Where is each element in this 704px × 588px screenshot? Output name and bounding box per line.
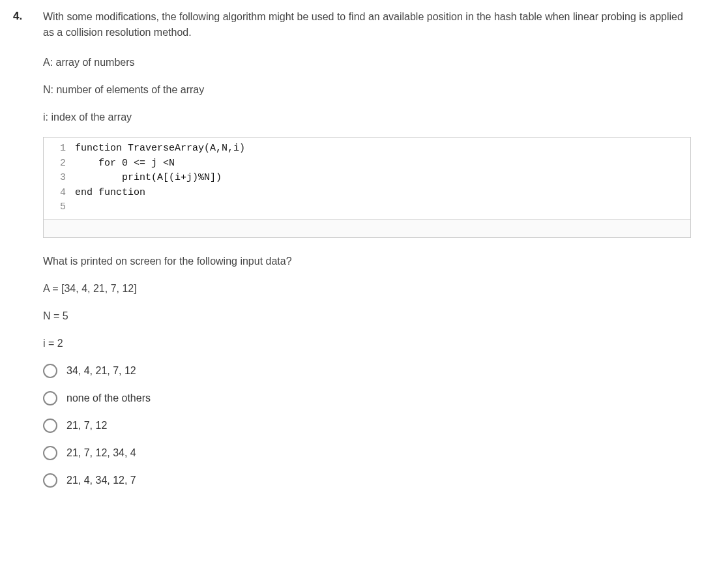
code-line: 4 end function — [44, 186, 690, 201]
line-number: 1 — [44, 141, 75, 156]
input-A: A = [34, 4, 21, 7, 12] — [43, 281, 691, 297]
option-label: 34, 4, 21, 7, 12 — [66, 363, 136, 379]
radio-icon — [43, 419, 57, 433]
definition-i: i: index of the array — [43, 110, 691, 125]
option-2[interactable]: none of the others — [43, 390, 691, 406]
radio-icon — [43, 446, 57, 460]
code-text: print(A[(i+j)%N]) — [75, 171, 222, 186]
options-group: 34, 4, 21, 7, 12 none of the others 21, … — [43, 363, 691, 488]
code-footer-bar — [44, 219, 690, 237]
code-text: for 0 <= j <N — [75, 156, 175, 171]
radio-icon — [43, 473, 57, 488]
option-label: none of the others — [66, 390, 151, 406]
code-line: 2 for 0 <= j <N — [44, 156, 690, 171]
line-number: 5 — [44, 200, 75, 215]
option-5[interactable]: 21, 4, 34, 12, 7 — [43, 473, 691, 488]
input-N: N = 5 — [43, 308, 691, 324]
question-intro: With some modifications, the following a… — [43, 9, 691, 40]
definition-N: N: number of elements of the array — [43, 82, 691, 98]
line-number: 2 — [44, 156, 75, 171]
option-4[interactable]: 21, 7, 12, 34, 4 — [43, 445, 691, 461]
code-block: 1 function TraverseArray(A,N,i) 2 for 0 … — [43, 137, 691, 238]
question-body: With some modifications, the following a… — [43, 7, 691, 500]
input-i: i = 2 — [43, 336, 691, 351]
question: 4. With some modifications, the followin… — [13, 7, 691, 500]
radio-icon — [43, 364, 57, 378]
question-prompt: What is printed on screen for the follow… — [43, 254, 691, 269]
option-label: 21, 4, 34, 12, 7 — [66, 473, 136, 488]
option-1[interactable]: 34, 4, 21, 7, 12 — [43, 363, 691, 379]
code-lines: 1 function TraverseArray(A,N,i) 2 for 0 … — [44, 138, 690, 219]
definition-A: A: array of numbers — [43, 55, 691, 70]
code-line: 3 print(A[(i+j)%N]) — [44, 171, 690, 186]
question-number: 4. — [13, 7, 43, 25]
code-line: 5 — [44, 200, 690, 215]
radio-icon — [43, 391, 57, 405]
option-label: 21, 7, 12, 34, 4 — [66, 445, 136, 461]
line-number: 3 — [44, 171, 75, 186]
option-label: 21, 7, 12 — [66, 418, 107, 434]
code-line: 1 function TraverseArray(A,N,i) — [44, 141, 690, 156]
code-text: end function — [75, 186, 145, 201]
code-text: function TraverseArray(A,N,i) — [75, 141, 245, 156]
option-3[interactable]: 21, 7, 12 — [43, 418, 691, 434]
line-number: 4 — [44, 186, 75, 201]
